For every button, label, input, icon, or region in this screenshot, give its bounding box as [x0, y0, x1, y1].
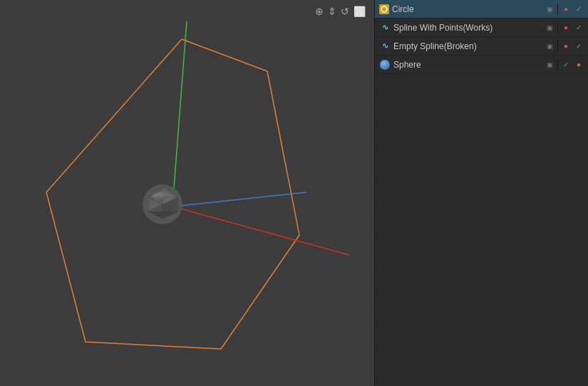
spline-broken-dot-icon[interactable]: ●: [561, 41, 571, 51]
sphere-visibility-icon[interactable]: ▣: [545, 60, 555, 70]
move-icon[interactable]: ⊕: [315, 6, 324, 17]
viewport-svg: [0, 0, 374, 386]
outliner-row-spline-broken[interactable]: ∿ Empty Spline(Broken) ▣ ● ✓: [375, 37, 588, 56]
sphere-dot-icon[interactable]: ●: [574, 60, 584, 70]
viewport-3d[interactable]: ⊕ ⇕ ↺ ⬜: [0, 0, 374, 386]
sphere-check-icon[interactable]: ✓: [561, 60, 571, 70]
outliner-row-spline-works[interactable]: ∿ Spline With Points(Works) ▣ ● ✓: [375, 19, 588, 37]
circle-label: Circle: [392, 4, 542, 14]
svg-point-11: [153, 192, 164, 199]
spline-broken-visibility-icon[interactable]: ▣: [545, 41, 555, 51]
maximize-icon[interactable]: ⬜: [354, 6, 366, 17]
spline-works-check-icon[interactable]: ✓: [574, 23, 584, 33]
outliner-row-circle[interactable]: Circle ▣ ● ✓: [375, 0, 588, 19]
circle-check-icon[interactable]: ✓: [574, 4, 584, 14]
spline-works-controls: ▣ ● ✓: [545, 22, 584, 33]
icosphere: [143, 184, 182, 224]
transform-icon[interactable]: ⇕: [328, 6, 336, 17]
svg-point-12: [381, 6, 387, 12]
outliner-empty-space: [375, 74, 588, 386]
circle-icon: [379, 4, 389, 14]
circle-controls: ▣ ● ✓: [545, 4, 584, 15]
svg-rect-1: [0, 0, 374, 386]
spline-broken-label: Empty Spline(Broken): [393, 41, 542, 51]
circle-dot-icon[interactable]: ●: [561, 4, 571, 14]
viewport-toolbar: ⊕ ⇕ ↺ ⬜: [315, 6, 366, 17]
spline-broken-controls: ▣ ● ✓: [545, 41, 584, 52]
spline-broken-check-icon[interactable]: ✓: [574, 41, 584, 51]
spline-works-icon: ∿: [379, 22, 391, 33]
spline-works-visibility-icon[interactable]: ▣: [545, 23, 555, 33]
rotate-icon[interactable]: ↺: [341, 6, 349, 17]
outliner-row-sphere[interactable]: Sphere ▣ ✓ ●: [375, 56, 588, 74]
spline-works-dot-icon[interactable]: ●: [561, 23, 571, 33]
outliner-panel: Circle ▣ ● ✓ ∿ Spline With Points(Works)…: [374, 0, 588, 386]
circle-visibility-icon[interactable]: ▣: [545, 4, 555, 14]
sphere-icon: [379, 59, 391, 71]
sphere-controls: ▣ ✓ ●: [545, 59, 584, 71]
spline-works-label: Spline With Points(Works): [393, 23, 542, 33]
spline-broken-icon: ∿: [379, 41, 391, 52]
sphere-label: Sphere: [393, 60, 542, 70]
